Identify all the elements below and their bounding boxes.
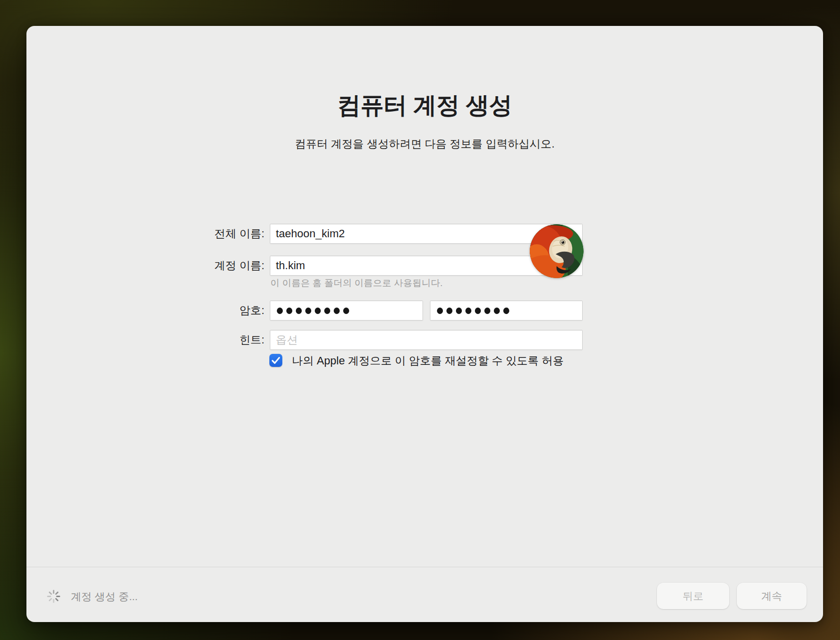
password-confirm-dots — [437, 308, 513, 314]
hint-label: 힌트: — [26, 330, 264, 350]
apple-reset-label: 나의 Apple 계정으로 이 암호를 재설정할 수 있도록 허용 — [292, 353, 564, 368]
desktop-background: { "window": { "title": "컴퓨터 계정 생성", "sub… — [0, 0, 840, 640]
footer-divider — [26, 567, 823, 567]
setup-window: 컴퓨터 계정 생성 컴퓨터 계정을 생성하려면 다음 정보를 입력하십시오. 전… — [26, 26, 823, 622]
parrot-avatar-image — [530, 224, 584, 278]
password-dots — [277, 308, 353, 314]
password-label: 암호: — [26, 301, 264, 320]
checkbox-checked-icon[interactable] — [269, 354, 282, 367]
full-name-label: 전체 이름: — [26, 224, 264, 244]
password-confirm-input[interactable] — [430, 301, 583, 320]
status-text: 계정 생성 중... — [71, 589, 138, 604]
account-name-helper-text: 이 이름은 홈 폴더의 이름으로 사용됩니다. — [270, 277, 442, 289]
back-button[interactable]: 뒤로 — [657, 583, 729, 609]
checkmark-icon — [269, 354, 282, 367]
loading-spinner-icon — [46, 589, 61, 604]
account-name-label: 계정 이름: — [26, 256, 264, 276]
account-avatar — [530, 224, 584, 278]
continue-button[interactable]: 계속 — [737, 583, 807, 609]
page-subtitle: 컴퓨터 계정을 생성하려면 다음 정보를 입력하십시오. — [26, 137, 823, 152]
hint-input[interactable] — [270, 330, 583, 350]
password-input[interactable] — [270, 301, 423, 320]
page-title: 컴퓨터 계정 생성 — [26, 90, 823, 121]
apple-reset-checkbox-row[interactable]: 나의 Apple 계정으로 이 암호를 재설정할 수 있도록 허용 — [269, 353, 564, 368]
